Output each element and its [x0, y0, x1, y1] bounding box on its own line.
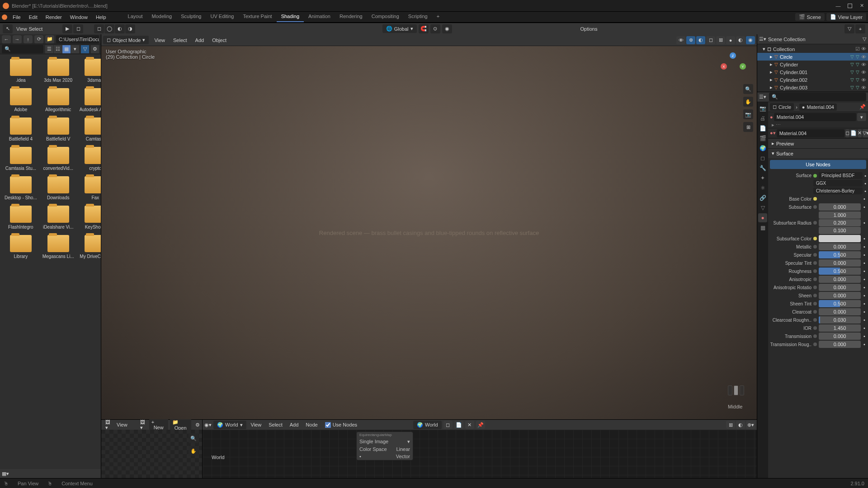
outliner-item[interactable]: ▸▽Cylinder.001▽▽👁	[757, 68, 868, 76]
ie-view[interactable]: View	[114, 421, 130, 428]
rendered-shading-icon[interactable]: ◉	[746, 36, 755, 44]
grid-view-icon[interactable]: ▦	[62, 45, 71, 53]
back-button[interactable]: ←	[2, 35, 11, 43]
new-folder-icon[interactable]: 📁	[45, 35, 54, 43]
ne-snap-icon[interactable]: ⊞	[726, 421, 735, 429]
ne-unlink-icon[interactable]: ✕	[465, 421, 474, 429]
folder-item[interactable]: crypto	[78, 145, 101, 173]
outliner-item[interactable]: ▸▽Cylinder.004▽▽👁	[757, 91, 868, 92]
select-menu[interactable]: Select	[29, 26, 43, 32]
add-icon[interactable]: +	[855, 24, 865, 33]
subsurf-method-select[interactable]: Christensen-Burley	[813, 188, 863, 194]
view-menu[interactable]: View	[16, 26, 27, 32]
ie-zoom-icon[interactable]: 🔍	[189, 433, 198, 443]
ie-new-button[interactable]: + New	[149, 418, 168, 431]
ne-mode-select[interactable]: 🌍 World ▾	[213, 421, 246, 429]
outliner-item[interactable]: ▸▽Cylinder.003▽▽👁	[757, 84, 868, 91]
outliner-type-icon[interactable]: ☰▾	[759, 36, 766, 42]
panel-preview[interactable]: ▸ Preview	[768, 139, 868, 148]
folder-item[interactable]: Battlefield 4	[3, 116, 39, 143]
prop-base_color[interactable]: Base Color•	[770, 195, 866, 203]
prop-subsurface[interactable]: Subsurface0.000•	[770, 203, 866, 211]
search-input[interactable]: 🔍	[2, 45, 43, 53]
add-workspace-button[interactable]: +	[432, 12, 444, 22]
ne-pin-icon[interactable]: 📌	[476, 421, 485, 429]
workspace-tab-rendering[interactable]: Rendering	[335, 12, 367, 22]
scene-select[interactable]: 🎬 Scene	[795, 13, 825, 21]
prop-anisotropic[interactable]: Anisotropic0.000•	[770, 275, 866, 283]
up-button[interactable]: ↑	[24, 35, 33, 43]
ne-select[interactable]: Select	[266, 421, 285, 428]
tab-texture[interactable]: ▦	[758, 223, 767, 232]
ne-opts-icon[interactable]: ⊕▾	[746, 421, 755, 429]
selectability-icon[interactable]: 👁	[676, 36, 685, 44]
matprev-shading-icon[interactable]: ◐	[736, 36, 745, 44]
prop-metallic[interactable]: Metallic0.000•	[770, 243, 866, 251]
ne-add[interactable]: Add	[287, 421, 302, 428]
maximize-button[interactable]	[846, 2, 854, 9]
sort-icon[interactable]: ▾	[71, 45, 79, 53]
zoom-icon[interactable]: 🔍	[743, 84, 753, 94]
workspace-tab-sculpting[interactable]: Sculpting	[176, 12, 206, 22]
menu-render[interactable]: Render	[42, 13, 66, 21]
xray-icon[interactable]: ◻	[706, 36, 715, 44]
ie-pan-icon[interactable]: ✋	[189, 446, 198, 456]
folder-item[interactable]: My DriveCryp...	[78, 233, 101, 261]
outliner-item[interactable]: ▸▽Cylinder.002▽▽👁	[757, 76, 868, 84]
prop-clearcoat_rough[interactable]: Clearcoat Roughn..0.030•	[770, 316, 866, 324]
tab-physics[interactable]: ⚛	[758, 183, 767, 192]
select-box-icon[interactable]: ◻	[73, 24, 83, 33]
distribution-select[interactable]: GGX	[813, 180, 863, 187]
options-dropdown[interactable]: Options	[580, 26, 598, 32]
material-link-input[interactable]	[777, 129, 844, 137]
tab-modifiers[interactable]: 🔧	[758, 164, 767, 173]
vp-add-menu[interactable]: Add	[193, 37, 207, 44]
prop-transmission_rough[interactable]: Transmission Roug..0.000•	[770, 340, 866, 348]
prop-sheen_tint[interactable]: Sheen Tint0.500•	[770, 300, 866, 308]
image-canvas[interactable]: 🔍 ✋	[101, 430, 202, 478]
folder-item[interactable]: Megascans Li...	[41, 233, 76, 261]
solid-shading-icon[interactable]: ●	[726, 36, 735, 44]
orientation-select[interactable]: 🌐 Global ▾	[382, 24, 417, 33]
tab-material[interactable]: ●	[758, 213, 767, 222]
workspace-tab-animation[interactable]: Animation	[304, 12, 335, 22]
vp-view-menu[interactable]: View	[151, 37, 168, 44]
settings-icon[interactable]: ⚙	[91, 45, 99, 53]
gizmo-toggle-icon[interactable]: ⊕	[686, 36, 695, 44]
prop-subsurface_color[interactable]: Subsurface Color•	[770, 235, 866, 243]
mat-unlink-icon[interactable]: ✕	[858, 129, 862, 137]
world-select[interactable]: 🌍 World	[413, 421, 442, 429]
tab-object[interactable]: ◻	[758, 154, 767, 163]
mat-opts-icon[interactable]: ▾	[857, 113, 866, 121]
prop-specular[interactable]: Specular0.500•	[770, 251, 866, 259]
viewlayer-select[interactable]: 📄 View Layer	[826, 13, 866, 21]
overlay-toggle-icon[interactable]: ◐	[696, 36, 705, 44]
folder-item[interactable]: 3dsmax	[78, 57, 101, 84]
wireframe-shading-icon[interactable]: ⊞	[716, 36, 725, 44]
folder-item[interactable]: Desktop - Sho...	[3, 174, 39, 202]
workspace-tab-scripting[interactable]: Scripting	[404, 12, 432, 22]
workspace-tab-shading[interactable]: Shading	[277, 12, 304, 22]
crumb-material[interactable]: ● Material.004	[799, 103, 837, 111]
close-button[interactable]: ✕	[858, 2, 865, 9]
folder-item[interactable]: FlashIntegro	[3, 204, 39, 231]
folder-item[interactable]: convertedVid...	[41, 145, 76, 173]
props-editor-icon[interactable]: ☰▾	[759, 94, 766, 100]
vp-select-menu[interactable]: Select	[170, 37, 190, 44]
node-canvas[interactable]: EquirectangularMap Single Image▾ Color S…	[203, 430, 757, 478]
folder-item[interactable]: Camtasia Stu...	[3, 145, 39, 173]
outliner-filter-icon[interactable]: ▽	[863, 36, 866, 42]
viewport-render[interactable]: Rendered scene — brass bullet casings an…	[101, 46, 757, 419]
folder-item[interactable]: Downloads	[41, 174, 76, 202]
folder-item[interactable]: Battlefield V	[41, 116, 76, 143]
material-name-input[interactable]	[774, 113, 856, 121]
outliner-item[interactable]: ▸▽Circle▽▽👁	[757, 53, 868, 61]
refresh-button[interactable]: ⟳	[34, 35, 43, 43]
folder-item[interactable]: Fax	[78, 174, 101, 202]
ne-editor-icon[interactable]: ◉▾	[204, 422, 212, 428]
viewport-3d[interactable]: ◻ Object Mode ▾ View Select Add Object 👁…	[101, 34, 757, 419]
menu-file[interactable]: File	[9, 13, 24, 21]
ne-copy-icon[interactable]: ◻	[443, 421, 453, 429]
use-nodes-button[interactable]: Use Nodes	[770, 160, 866, 169]
menu-window[interactable]: Window	[66, 13, 91, 21]
